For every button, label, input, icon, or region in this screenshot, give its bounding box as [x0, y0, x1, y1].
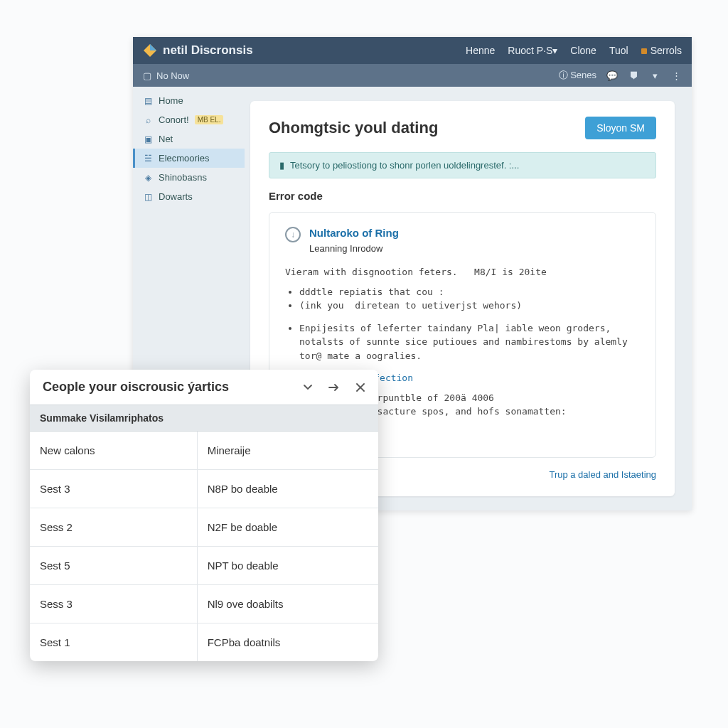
sidebar-item-label: Net [159, 134, 173, 144]
primary-action-button[interactable]: Sloyon SM [585, 117, 656, 139]
sidebar-item-label: Shinobasns [159, 172, 207, 183]
topnav-item-2[interactable]: Clone [570, 45, 596, 56]
brand: netil Discronsis [143, 43, 253, 58]
sidebar-item-net[interactable]: ▣ Net [133, 129, 245, 149]
topnav-item-3[interactable]: Tuol [609, 45, 628, 56]
table-row: Sest 5NPT bo deable [30, 547, 378, 585]
layers-icon: ☱ [143, 154, 153, 164]
sidebar-item-conort[interactable]: ⌕ Conort! MB EL. [133, 110, 245, 129]
caret-down-icon[interactable]: ▾ [649, 70, 660, 81]
arrow-right-icon[interactable] [328, 382, 340, 392]
sidebar-item-elecmoories[interactable]: ☱ Elecmoories [133, 149, 245, 168]
error-line1: Vieram with disgnootion feters. M8/I is … [285, 265, 640, 279]
sidebar-item-label: Elecmoories [159, 153, 210, 164]
sidebar-badge: MB EL. [195, 115, 224, 124]
home-icon: ▤ [143, 96, 153, 106]
diamond-icon: ◈ [143, 173, 153, 183]
error-subtitle: Leanning Inrodow [309, 242, 399, 256]
error-title: Nultaroko of Ring [309, 225, 399, 242]
table-row: Sess 2N2F be doable [30, 508, 378, 547]
summary-table: Summake Visilamriphatos New calonsMinera… [30, 405, 378, 661]
sidebar-item-label: Dowarts [159, 191, 193, 202]
window-icon: ▢ [143, 70, 151, 81]
sidebar-item-home[interactable]: ▤ Home [133, 91, 245, 110]
more-vert-icon[interactable]: ⋮ [670, 70, 682, 81]
secondbar: ▢ No Now ⓘ Senes 💬 ⛊ ▾ ⋮ [133, 64, 692, 87]
notice-text: Tetsory to peliostiong to shonr porlen u… [290, 160, 519, 171]
chat-icon[interactable]: 💬 [606, 70, 618, 81]
close-icon[interactable] [355, 382, 365, 392]
table-row: Sess 3Nl9 ove doabilts [30, 585, 378, 623]
brand-logo-icon [143, 43, 157, 58]
error-bullet-b0: Enpijesits of leferter taindany Pla| iab… [299, 321, 640, 363]
info-notice: ▮ Tetsory to peliostiong to shonr porlen… [269, 152, 656, 178]
topnav-item-1[interactable]: Ruoct P·S▾ [508, 45, 557, 56]
sidebar-item-shinobasns[interactable]: ◈ Shinobasns [133, 168, 245, 187]
sidebar-item-label: Home [159, 95, 183, 106]
topbar: netil Discronsis Henne Ruoct P·S▾ Clone … [133, 37, 692, 64]
file-icon: ▣ [143, 134, 153, 144]
arrow-circle-icon[interactable]: ↓ [285, 227, 301, 242]
secondbar-right-label: ⓘ Senes [559, 69, 596, 82]
info-icon: ▮ [279, 160, 284, 171]
table-header: Summake Visilamriphatos [30, 405, 378, 432]
sidebar-item-label: Conort! [159, 114, 189, 125]
float-title: Ceople your oiscrousic ýartics [43, 380, 229, 395]
collapse-icon[interactable] [303, 382, 313, 392]
error-bullet-a0: dddtle repiatis that cou : [299, 285, 640, 299]
svg-marker-1 [150, 44, 156, 50]
footer-link[interactable]: Trup a daled and Istaeting [549, 469, 656, 480]
box-icon: ◫ [143, 192, 153, 202]
key-icon: ⌕ [143, 115, 153, 125]
brand-text: netil Discronsis [163, 43, 253, 58]
section-label: Error code [269, 190, 656, 202]
error-bullet-a1: (ink you diretean to uetiverjst wehors) [299, 299, 640, 313]
page-title: Ohomgtsic youl dating [269, 119, 438, 137]
bookmark-icon[interactable]: ⛊ [628, 70, 639, 81]
topnav: Henne Ruoct P·S▾ Clone Tuol Serrols [466, 45, 682, 56]
table-row: New calonsMineraije [30, 432, 378, 470]
topnav-item-4[interactable]: Serrols [641, 45, 682, 56]
table-row: Sest 3N8P bo deable [30, 470, 378, 508]
secondbar-left-label: No Now [156, 70, 189, 81]
table-row: Sest 1FCPba doatnils [30, 623, 378, 662]
topnav-item-0[interactable]: Henne [466, 45, 495, 56]
sidebar-item-dowarts[interactable]: ◫ Dowarts [133, 187, 245, 206]
floating-panel: Ceople your oiscrousic ýartics Summake V… [30, 370, 378, 661]
